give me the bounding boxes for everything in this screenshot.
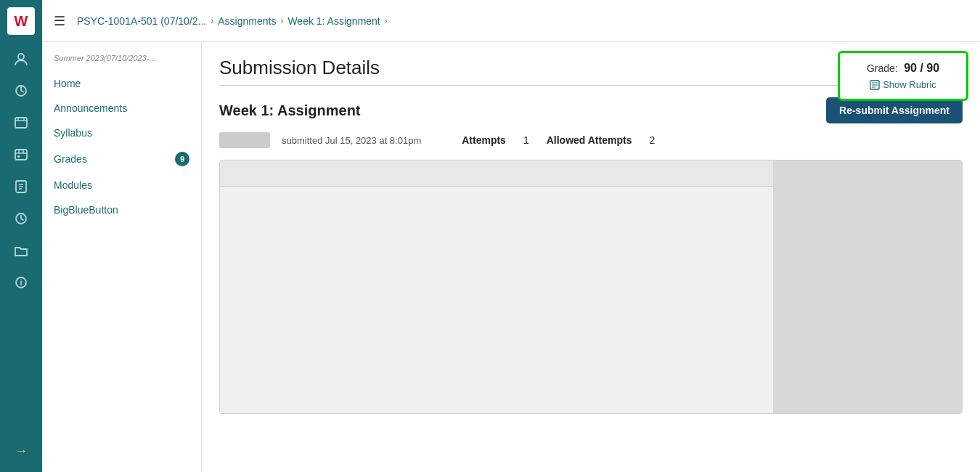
- icon-rail: W: [0, 0, 42, 472]
- resubmit-button[interactable]: Re-submit Assignment: [826, 97, 963, 123]
- breadcrumb-current[interactable]: Week 1: Assignment: [287, 15, 380, 27]
- page-content: Grade: 90 / 90 Show Rubric Submission De…: [202, 42, 980, 472]
- sidebar-item-modules[interactable]: Modules: [42, 173, 201, 198]
- grade-value: 90 / 90: [904, 62, 939, 74]
- main-area: ☰ PSYC-1001A-501 (07/10/2... › Assignmen…: [42, 0, 980, 472]
- dashboard-icon[interactable]: [7, 77, 35, 105]
- svg-rect-6: [15, 150, 27, 160]
- svg-rect-2: [15, 118, 27, 128]
- doc-main-area: [220, 160, 773, 413]
- doc-toolbar: [220, 160, 773, 187]
- submission-info-row: submitted Jul 15, 2023 at 8:01pm Attempt…: [219, 132, 963, 148]
- gradebook-icon[interactable]: [7, 173, 35, 200]
- sidebar-course-label: Summer 2023(07/10/2023-...: [42, 54, 201, 71]
- sidebar-item-syllabus[interactable]: Syllabus: [42, 121, 201, 145]
- sidebar-item-home[interactable]: Home: [42, 71, 201, 96]
- content-area: Summer 2023(07/10/2023-... Home Announce…: [42, 42, 980, 472]
- breadcrumb-course[interactable]: PSYC-1001A-501 (07/10/2...: [77, 15, 206, 27]
- breadcrumb-sep1: ›: [211, 16, 213, 26]
- rubric-icon: [870, 80, 880, 90]
- breadcrumb-sep2: ›: [280, 16, 283, 26]
- svg-text:i: i: [20, 278, 22, 287]
- assignment-title: Week 1: Assignment: [219, 102, 361, 119]
- sidebar: Summer 2023(07/10/2023-... Home Announce…: [42, 42, 202, 472]
- app-logo[interactable]: W: [7, 7, 35, 35]
- rail-bottom: →: [7, 437, 35, 465]
- sidebar-item-announcements[interactable]: Announcements: [42, 96, 201, 121]
- account-icon[interactable]: [7, 45, 35, 73]
- calendar-icon[interactable]: [7, 141, 35, 168]
- submission-date: submitted Jul 15, 2023 at 8:01pm: [282, 135, 421, 146]
- show-rubric-button[interactable]: Show Rubric: [854, 79, 952, 90]
- breadcrumb-sep3: ›: [385, 16, 388, 26]
- grades-badge: 9: [175, 152, 189, 166]
- history-icon[interactable]: [7, 205, 35, 232]
- svg-point-0: [18, 54, 24, 60]
- breadcrumb: PSYC-1001A-501 (07/10/2... › Assignments…: [77, 15, 388, 27]
- allowed-attempts-label: Allowed Attempts: [547, 134, 632, 146]
- avatar-placeholder: [219, 132, 270, 148]
- sidebar-item-bigbluebutton[interactable]: BigBlueButton: [42, 198, 201, 222]
- assignment-header: Week 1: Assignment Re-submit Assignment: [219, 97, 963, 123]
- document-preview: [219, 160, 963, 414]
- grade-line: Grade: 90 / 90: [854, 62, 952, 75]
- breadcrumb-assignments[interactable]: Assignments: [218, 15, 276, 27]
- grade-box: Grade: 90 / 90 Show Rubric: [838, 51, 968, 101]
- doc-sidebar-panel: [773, 160, 962, 413]
- attempts-label: Attempts: [462, 134, 506, 146]
- courses-icon[interactable]: [7, 109, 35, 137]
- top-nav: ☰ PSYC-1001A-501 (07/10/2... › Assignmen…: [42, 0, 980, 42]
- svg-rect-10: [17, 155, 20, 158]
- attempts-value: 1: [523, 134, 529, 146]
- allowed-attempts-value: 2: [649, 134, 655, 146]
- folder-icon[interactable]: [7, 237, 35, 264]
- info-icon[interactable]: i: [7, 269, 35, 296]
- sidebar-item-grades[interactable]: Grades 9: [42, 145, 201, 173]
- collapse-icon[interactable]: →: [7, 437, 35, 465]
- attempts-group: Attempts 1 Allowed Attempts 2: [462, 134, 655, 146]
- menu-icon[interactable]: ☰: [54, 13, 65, 29]
- grade-label: Grade:: [867, 62, 898, 74]
- doc-body: [220, 187, 773, 413]
